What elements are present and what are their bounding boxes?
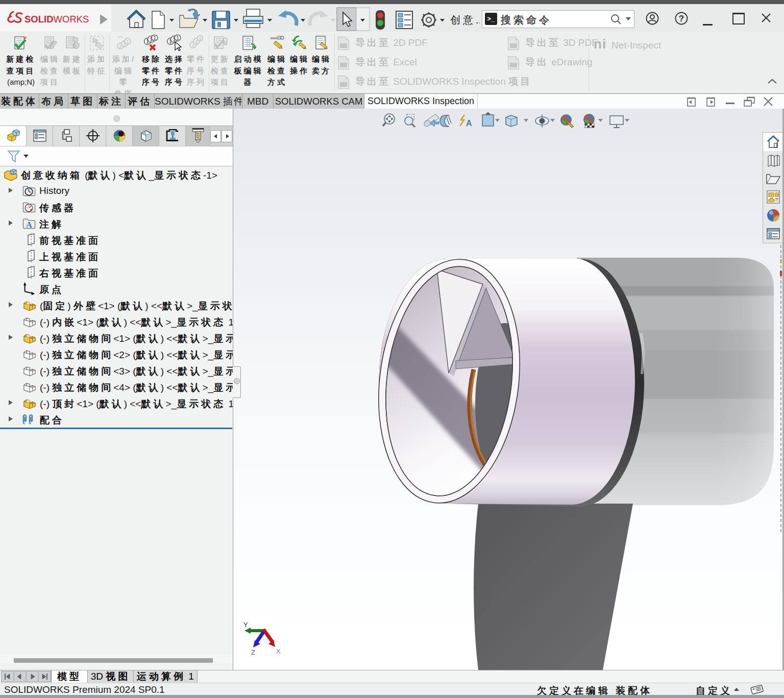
svg-text:1: 1	[173, 37, 176, 42]
svg-text:1: 1	[191, 43, 194, 48]
svg-text:1: 1	[150, 37, 153, 42]
svg-text:?: ?	[679, 14, 684, 23]
svg-text:X: X	[276, 647, 281, 655]
svg-text:Y: Y	[243, 621, 248, 629]
svg-text:1: 1	[169, 39, 172, 44]
svg-text:1: 1	[176, 35, 179, 41]
svg-text:3: 3	[199, 36, 201, 41]
svg-text:1: 1	[126, 39, 129, 44]
svg-text:1: 1	[119, 44, 121, 49]
svg-text:Z: Z	[251, 649, 255, 656]
svg-text:A: A	[26, 220, 32, 230]
svg-text:A: A	[466, 119, 472, 128]
svg-text:2: 2	[195, 39, 198, 44]
svg-text:1: 1	[146, 39, 149, 44]
svg-text:SOLIDWORKS: SOLIDWORKS	[24, 14, 89, 24]
svg-text:1: 1	[153, 35, 156, 41]
svg-text:创意...: 创意...	[450, 14, 480, 26]
svg-text:1: 1	[123, 42, 126, 47]
